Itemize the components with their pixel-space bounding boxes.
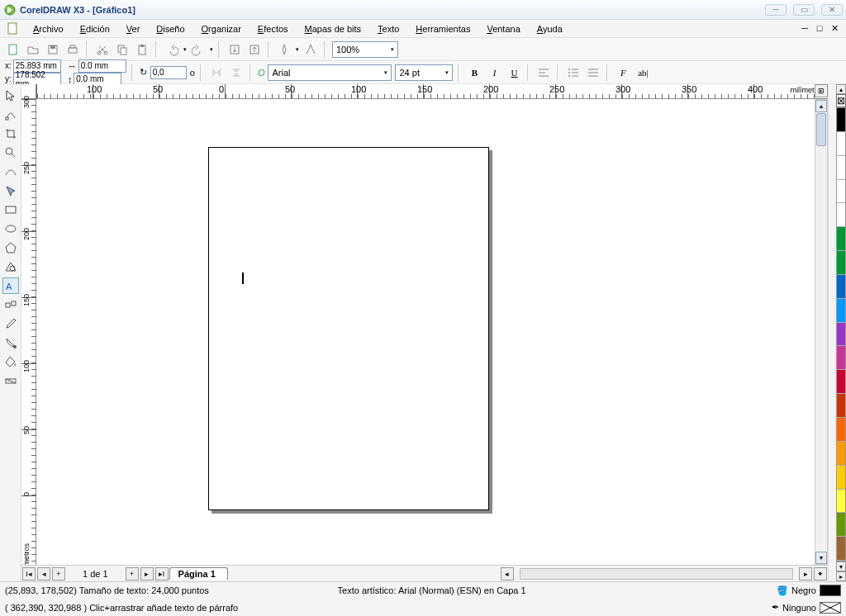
color-swatch[interactable] [837,394,845,418]
color-swatch[interactable] [837,108,845,132]
freehand-tool[interactable] [2,163,19,180]
vertical-scrollbar[interactable]: ▴ ▾ [815,99,828,565]
mirror-v-button[interactable] [228,64,245,81]
prev-page-button[interactable]: ◂ [37,567,50,580]
fill-tool[interactable] [2,353,19,370]
menu-ayuda[interactable]: Ayuda [529,22,571,36]
launch-dropdown[interactable]: ▾ [296,46,299,53]
color-swatch[interactable] [837,156,845,180]
vertical-ruler[interactable]: 300 250 200 150 100 50 0 milímetros [21,99,36,581]
palette-scroll-down[interactable]: ▾ [836,562,846,571]
bold-button[interactable]: B [466,64,482,81]
ellipse-tool[interactable] [2,220,19,237]
paste-button[interactable] [134,41,150,58]
mirror-h-button[interactable] [208,64,225,81]
dropcap-button[interactable] [585,64,601,81]
close-button[interactable]: ✕ [821,4,843,16]
color-swatch[interactable] [837,251,845,275]
crop-tool[interactable] [2,126,19,142]
page-tab[interactable]: Página 1 [169,567,228,580]
color-swatch[interactable] [837,490,845,514]
color-swatch[interactable] [837,466,845,490]
scroll-thumb[interactable] [816,113,826,146]
italic-button[interactable]: I [486,64,502,81]
bullets-button[interactable] [565,64,582,81]
blend-tool[interactable] [2,296,19,313]
mdi-restore[interactable]: □ [813,23,826,34]
menu-ventana[interactable]: Ventana [478,22,528,36]
basicshapes-tool[interactable] [2,258,19,275]
underline-button[interactable]: U [506,64,522,81]
color-swatch[interactable] [837,323,845,347]
smartfill-tool[interactable] [2,182,19,199]
mdi-close[interactable]: ✕ [828,23,841,34]
menu-efectos[interactable]: Efectos [250,22,297,36]
import-button[interactable] [226,41,243,58]
drawing-canvas[interactable] [36,99,828,581]
color-swatch[interactable] [837,537,845,561]
color-swatch[interactable] [837,299,845,323]
no-color-swatch[interactable]: ⊠ [836,94,846,107]
zoom-tool[interactable] [2,145,19,161]
hscroll-right[interactable]: ▸ [799,567,812,580]
undo-dropdown[interactable]: ▾ [183,46,187,53]
welcome-button[interactable] [302,41,319,58]
align-button[interactable] [535,64,552,81]
last-page-button[interactable]: ▸I [155,567,169,580]
color-swatch[interactable] [837,513,845,537]
palette-scroll-up[interactable]: ▴ [836,84,846,94]
menu-ver[interactable]: Ver [118,22,149,36]
text-tool[interactable]: A [2,277,19,294]
ruler-options-button[interactable]: ⊞ [815,84,828,97]
mdi-minimize[interactable]: ─ [798,23,811,34]
color-swatch[interactable] [837,418,845,442]
pick-tool[interactable] [2,88,19,104]
menu-archivo[interactable]: Archivo [25,22,72,36]
fontsize-select[interactable]: 24 pt ▾ [395,64,453,81]
launch-button[interactable] [276,41,292,58]
color-swatch[interactable] [837,442,845,466]
eyedropper-tool[interactable] [2,315,19,332]
width-input[interactable]: 0.0 mm [78,59,126,73]
zoom-combo[interactable]: 100% ▾ [332,41,398,58]
menu-organizar[interactable]: Organizar [193,22,250,36]
color-swatch[interactable] [837,180,845,204]
outline-preview[interactable] [820,602,841,614]
edit-text-button[interactable]: ab| [634,64,651,81]
color-swatch[interactable] [837,370,845,394]
menu-herramientas[interactable]: Herramientas [407,22,478,36]
polygon-tool[interactable] [2,239,19,256]
menu-texto[interactable]: Texto [369,22,407,36]
menu-mapas[interactable]: Mapas de bits [297,22,370,36]
scroll-down-icon[interactable]: ▾ [815,552,827,564]
next-page-button[interactable]: ▸ [140,567,154,580]
rotation-input[interactable]: 0,0 [150,66,187,79]
horizontal-scrollbar[interactable] [520,568,793,580]
menu-diseno[interactable]: Diseño [148,22,192,36]
color-swatch[interactable] [837,203,845,227]
maximize-button[interactable]: ▭ [793,4,815,16]
add-page-after-button[interactable]: + [126,567,139,580]
horizontal-ruler[interactable]: 0 100 50 0 50 100 150 200 250 300 350 40… [36,84,828,99]
export-button[interactable] [246,41,263,58]
rectangle-tool[interactable] [2,201,19,218]
print-button[interactable] [64,41,81,58]
color-swatch[interactable] [837,227,845,251]
color-swatch[interactable] [837,275,845,299]
font-select[interactable]: Arial ▾ [268,64,392,81]
char-format-button[interactable]: F [615,64,631,81]
open-button[interactable] [25,41,41,58]
palette-flyout[interactable]: ▸ [836,571,846,581]
new-button[interactable] [5,41,21,58]
color-swatch[interactable] [837,346,845,370]
cut-button[interactable] [94,41,111,58]
menu-edicion[interactable]: Edición [72,22,118,36]
hscroll-left[interactable]: ◂ [501,567,514,580]
first-page-button[interactable]: I◂ [22,567,36,580]
save-button[interactable] [45,41,61,58]
color-swatch[interactable] [837,132,845,156]
add-page-before-button[interactable]: + [52,567,65,580]
redo-button[interactable] [190,41,207,58]
page[interactable] [208,147,489,510]
minimize-button[interactable]: ─ [765,4,787,16]
